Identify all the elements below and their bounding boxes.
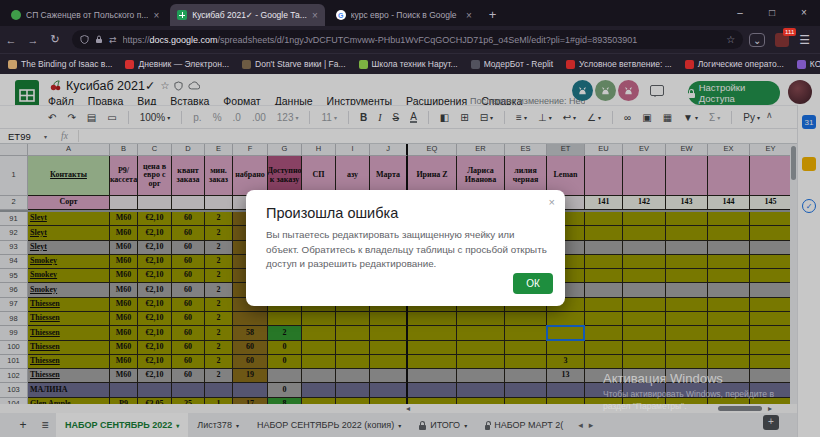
bookmark-label: Don't Starve вики | Fa... [255, 59, 346, 69]
bookmark-label: МодерБот - Replit [484, 59, 553, 69]
bookmark-star-icon[interactable]: ☆ [726, 34, 735, 45]
window-controls: – □ × [724, 0, 820, 24]
download-icon[interactable]: ⌄ [749, 33, 765, 47]
bookmark-label: Логические операто... [698, 59, 784, 69]
bookmark-item-1[interactable]: The Binding of Isaac в... [8, 59, 112, 69]
tab-close-icon[interactable]: × [312, 10, 318, 21]
dialog-body: Вы пытаетесь редактировать защищенную яч… [266, 228, 548, 272]
bookmark-item-8[interactable]: КОНТАКТЫ [797, 59, 820, 69]
bookmarks: The Binding of Isaac в...Дневник — Элект… [8, 59, 820, 69]
bookmark-item-6[interactable]: Условное ветвление: ... [566, 59, 672, 69]
tab-title: Кусибаб 2021✓ - Google Та... [192, 10, 307, 20]
adblock-extension-icon[interactable]: 111 [775, 33, 789, 47]
tab-close-icon[interactable]: × [153, 10, 159, 21]
bookmark-favicon-icon [797, 60, 806, 69]
minimize-button[interactable]: – [724, 7, 756, 18]
bookmark-label: Школа техник Нарут... [372, 59, 458, 69]
google-favicon-icon: G [336, 10, 346, 20]
dialog-ok-button[interactable]: ОК [513, 273, 553, 294]
reload-button[interactable]: ↻ [44, 33, 66, 46]
tab-title: курс евро - Поиск в Google [351, 10, 461, 20]
url-text: https://docs.google.com/spreadsheets/d/1… [123, 35, 721, 45]
bookmark-item-4[interactable]: Школа техник Нарут... [359, 59, 458, 69]
url-field[interactable]: ⇄ https://docs.google.com/spreadsheets/d… [72, 30, 743, 49]
sheets-favicon-grid [179, 12, 185, 18]
dialog-close-icon[interactable]: × [549, 196, 555, 208]
bookmark-item-2[interactable]: Дневник — Электрон... [125, 59, 229, 69]
address-bar: ← → ↻ ⇄ https://docs.google.com/spreadsh… [0, 26, 820, 53]
bookmark-favicon-icon [125, 60, 134, 69]
maximize-button[interactable]: □ [756, 7, 788, 18]
bookmark-label: КОНТАКТЫ [810, 59, 820, 69]
new-tab-button[interactable]: + [489, 7, 497, 22]
bookmark-label: Условное ветвление: ... [579, 59, 672, 69]
error-dialog: × Произошла ошибка Вы пытаетесь редактир… [246, 190, 565, 306]
browser-tab-3[interactable]: Gкурс евро - Поиск в Google× [329, 4, 479, 26]
bookmark-item-5[interactable]: МодерБот - Replit [471, 59, 553, 69]
bookmark-favicon-icon [242, 60, 251, 69]
forward-button[interactable]: → [22, 34, 44, 46]
bookmark-favicon-icon [471, 60, 480, 69]
extension-badge: 111 [783, 28, 796, 36]
browser-tabs: СП Саженцев от Польского п...×Кусибаб 20… [0, 0, 479, 26]
bookmark-favicon-icon [8, 60, 17, 69]
bookmark-item-7[interactable]: Логические операто... [685, 59, 784, 69]
browser-tab-strip: СП Саженцев от Польского п...×Кусибаб 20… [0, 0, 820, 26]
bookmark-item-3[interactable]: Don't Starve вики | Fa... [242, 59, 346, 69]
tab-close-icon[interactable]: × [466, 10, 472, 21]
bookmark-label: Дневник — Электрон... [138, 59, 229, 69]
bookmarks-bar: The Binding of Isaac в...Дневник — Элект… [0, 53, 820, 74]
bookmark-favicon-icon [566, 60, 575, 69]
extension-inline-icon[interactable]: ⇄ [109, 35, 117, 45]
bookmark-favicon-icon [685, 60, 694, 69]
screen: СП Саженцев от Польского п...×Кусибаб 20… [0, 0, 820, 437]
dialog-title: Произошла ошибка [266, 205, 398, 221]
bookmark-favicon-icon [359, 60, 368, 69]
browser-menu-icon[interactable]: ☰ [799, 33, 810, 47]
green-favicon-icon [11, 10, 21, 20]
browser-tab-1[interactable]: СП Саженцев от Польского п...× [4, 4, 166, 26]
close-window-button[interactable]: × [788, 7, 820, 18]
sheets-favicon-icon [177, 10, 187, 20]
shield-icon [80, 35, 89, 44]
bookmark-label: The Binding of Isaac в... [21, 59, 112, 69]
lock-icon [95, 35, 103, 44]
tab-title: СП Саженцев от Польского п... [26, 10, 148, 20]
browser-actions: ⌄ 111 ☰ [749, 33, 810, 47]
browser-tab-2[interactable]: Кусибаб 2021✓ - Google Та...× [170, 4, 325, 26]
back-button[interactable]: ← [0, 34, 22, 46]
